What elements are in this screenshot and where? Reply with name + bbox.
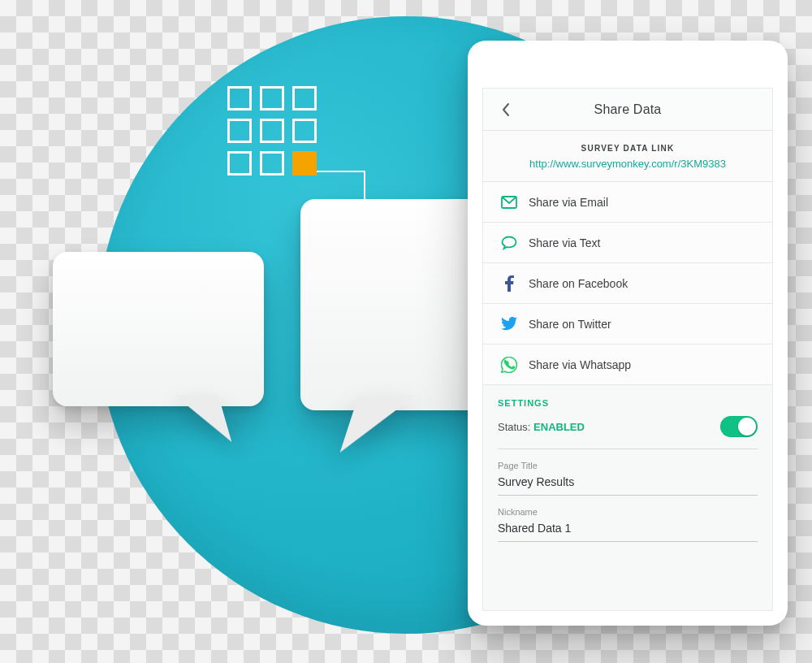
nickname-field[interactable]: Nickname Shared Data 1 bbox=[498, 496, 758, 542]
share-option-label: Share on Facebook bbox=[529, 277, 628, 290]
app-screen: Share Data SURVEY DATA LINK http://www.s… bbox=[482, 88, 773, 611]
page-title-field[interactable]: Page Title Survey Results bbox=[498, 449, 758, 496]
grid-square bbox=[292, 119, 317, 143]
share-option-label: Share on Twitter bbox=[529, 318, 611, 331]
grid-square bbox=[260, 119, 284, 143]
grid-square bbox=[227, 86, 252, 110]
status-value: ENABLED bbox=[533, 421, 585, 433]
status-toggle[interactable] bbox=[720, 416, 758, 437]
status-label: Status: ENABLED bbox=[498, 421, 585, 433]
share-on-facebook[interactable]: Share on Facebook bbox=[483, 263, 772, 304]
page-title-input[interactable]: Survey Results bbox=[498, 475, 758, 496]
grid-square bbox=[260, 151, 284, 176]
share-option-label: Share via Whatsapp bbox=[529, 358, 631, 371]
page-title: Share Data bbox=[594, 102, 662, 117]
phone-mockup: Share Data SURVEY DATA LINK http://www.s… bbox=[468, 41, 788, 626]
whatsapp-icon bbox=[498, 357, 520, 373]
chevron-left-icon bbox=[501, 102, 511, 117]
grid-square bbox=[227, 119, 252, 143]
settings-section: SETTINGS Status: ENABLED Page Title Surv… bbox=[483, 385, 772, 542]
share-option-label: Share via Text bbox=[529, 236, 600, 249]
share-via-text[interactable]: Share via Text bbox=[483, 223, 772, 263]
back-button[interactable] bbox=[491, 89, 520, 130]
share-on-twitter[interactable]: Share on Twitter bbox=[483, 304, 772, 344]
share-options-list: Share via Email Share via Text Share on … bbox=[483, 182, 772, 385]
speech-bubble-small bbox=[53, 252, 264, 406]
survey-link-url[interactable]: http://www.surveymonkey.com/r/3KM9383 bbox=[498, 158, 758, 170]
survey-link-caption: SURVEY DATA LINK bbox=[498, 144, 758, 153]
toggle-knob bbox=[738, 418, 756, 436]
grid-square bbox=[292, 86, 317, 110]
share-via-email[interactable]: Share via Email bbox=[483, 182, 772, 223]
share-via-whatsapp[interactable]: Share via Whatsapp bbox=[483, 344, 772, 385]
grid-nine-icon bbox=[227, 86, 317, 176]
facebook-icon bbox=[498, 275, 520, 292]
field-label: Nickname bbox=[498, 507, 758, 517]
grid-square-highlighted bbox=[292, 151, 317, 176]
survey-link-card: SURVEY DATA LINK http://www.surveymonkey… bbox=[483, 131, 772, 182]
email-icon bbox=[498, 196, 520, 209]
share-option-label: Share via Email bbox=[529, 196, 608, 209]
field-label: Page Title bbox=[498, 461, 758, 470]
grid-square bbox=[260, 86, 284, 110]
titlebar: Share Data bbox=[483, 89, 772, 131]
twitter-icon bbox=[498, 317, 520, 331]
text-icon bbox=[498, 236, 520, 250]
nickname-input[interactable]: Shared Data 1 bbox=[498, 522, 758, 542]
status-row: Status: ENABLED bbox=[498, 416, 758, 449]
settings-header: SETTINGS bbox=[498, 398, 758, 408]
grid-square bbox=[227, 151, 252, 176]
